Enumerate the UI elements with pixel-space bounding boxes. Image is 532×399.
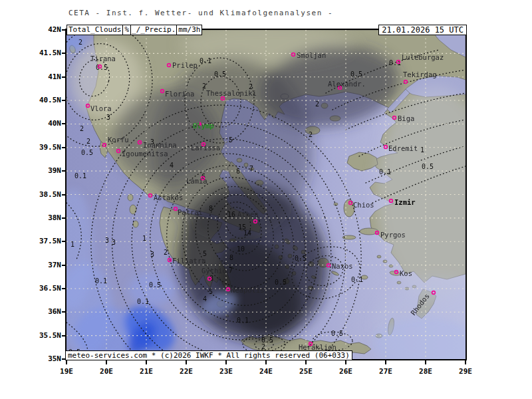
contour-value-label: 2 [309, 131, 313, 138]
lat-tick-mark [62, 123, 66, 124]
contour-value-label: 2 [80, 125, 84, 132]
city-label: Alexandr. [328, 80, 366, 88]
contour-value-label: 8 [209, 205, 213, 212]
lat-tick-mark [62, 76, 66, 78]
city-label: Lamia [186, 177, 207, 185]
contour-value-label: 2 [164, 249, 168, 256]
contour-value-label: 5 [209, 288, 213, 295]
contour-value-label: 0.5 [350, 70, 362, 78]
lon-tick-mark [465, 360, 466, 364]
lon-tick-label: 28E [414, 367, 438, 376]
contour-value-label: 3 [112, 239, 116, 246]
lon-tick-label: 19E [55, 367, 78, 376]
lon-tick-label: 25E [294, 367, 318, 376]
lat-tick-mark [62, 194, 66, 196]
lat-tick-label: 40N [24, 119, 61, 128]
lat-tick-label: 41N [24, 72, 61, 81]
city-label: Thessaloniki [206, 89, 257, 97]
datetime-box: 21.01.2026 15 UTC [378, 25, 467, 35]
weather-map-canvas: 20.53220.50.10.10.52220.50.110.50.134566… [66, 30, 466, 359]
city-label: Izmir [394, 198, 416, 206]
lon-tick-mark [345, 360, 346, 364]
contour-value-label: 4 [203, 295, 207, 303]
lat-tick-label: 39.5N [24, 143, 61, 152]
lat-tick-label: 36.5N [24, 284, 61, 293]
contour-value-label: 3 [150, 251, 154, 258]
city-label: Astakos [154, 194, 183, 201]
contour-value-label: 14 [243, 229, 251, 237]
contour-value-label: 4 [170, 162, 174, 169]
city-label: Prilep [172, 61, 198, 69]
city-label: Smoljan [297, 51, 326, 59]
lat-tick-mark [62, 311, 66, 313]
contour-value-label: 1 [70, 241, 74, 248]
contour-value-label: 1 [142, 235, 146, 242]
contour-value-label: 8 [229, 254, 233, 261]
city-label: Igoumenitsa [122, 150, 168, 158]
contour-value-label: 2 [315, 100, 319, 108]
lat-tick-mark [62, 147, 66, 148]
lat-tick-label: 37N [24, 261, 61, 269]
lat-tick-label: 37.5N [24, 237, 61, 245]
lat-tick-label: 41.5N [24, 49, 61, 57]
lon-tick-label: 29E [454, 367, 477, 376]
lat-tick-mark [62, 335, 66, 336]
lat-tick-mark [62, 217, 66, 219]
city-label: Chios [353, 201, 374, 209]
contour-value-label: 0.5 [149, 281, 161, 289]
contour-value-label: 2 [261, 343, 265, 350]
lon-tick-mark [186, 360, 187, 364]
credit-box: meteo-services.com * (c)2026 IWKF * All … [65, 350, 352, 360]
lat-tick-label: 39N [24, 166, 61, 175]
contour-value-label: 0.1 [200, 57, 211, 65]
lon-tick-label: 20E [94, 367, 118, 376]
lon-tick-mark [305, 360, 307, 364]
contour-value-label: 0.5 [422, 163, 434, 170]
contour-value-label: 0.5 [214, 70, 226, 78]
contour-value-label: 3 [105, 237, 109, 244]
lon-tick-mark [265, 360, 267, 364]
lat-tick-mark [62, 265, 66, 266]
lon-tick-mark [66, 360, 67, 364]
lon-tick-mark [225, 360, 227, 364]
contour-value-label: 0.1 [74, 172, 86, 180]
contour-value-label: 0.1 [237, 317, 249, 324]
lon-tick-mark [146, 360, 147, 364]
contour-value-label: 0.1 [95, 277, 107, 285]
variable-label-box: Total_Clouds%_/_Precip.mm/3h [66, 25, 201, 35]
city-label: Patrai [178, 208, 203, 216]
lon-tick-label: 21E [134, 367, 158, 376]
lat-tick-mark [62, 288, 66, 289]
contour-value-label: 7 [249, 165, 253, 172]
city-label: Vlora [90, 104, 112, 112]
lon-tick-label: 23E [214, 367, 238, 376]
lat-tick-label: 35N [24, 354, 61, 363]
contour-value-label: 1 [420, 146, 424, 154]
contour-value-label: 0.5 [275, 279, 287, 286]
lat-tick-label: 35.5N [24, 331, 61, 340]
institute-title: CETA - Inst. f. Wetter- und Klimafolgena… [68, 9, 333, 17]
city-label: Kos [400, 269, 412, 277]
city-label: Pyrgos [380, 231, 406, 239]
city-label: Ioannina [143, 141, 177, 149]
city-label: Tirana [90, 55, 116, 63]
contour-value-label: 16 [227, 211, 235, 218]
city-label: Gythion [201, 267, 231, 275]
weather-map-page: { "header": { "institute_line": "CETA - … [0, 0, 532, 399]
lon-tick-mark [425, 360, 426, 364]
contour-value-label: 0.5 [81, 149, 93, 156]
contour-value-label: 10 [237, 245, 245, 253]
variable-middle-label: _/_Precip. [130, 25, 177, 35]
city-label: Olymp [193, 122, 214, 130]
contour-value-label: 6 [236, 168, 240, 175]
city-label: Luleburgaz [402, 53, 444, 61]
lat-tick-mark [62, 53, 66, 54]
lon-tick-label: 24E [254, 367, 278, 376]
lat-tick-mark [62, 100, 66, 101]
contour-value-label: 5 [229, 136, 233, 144]
city-label: Florina [165, 90, 194, 98]
city-label: Biga [398, 114, 414, 122]
lat-tick-mark [62, 170, 66, 172]
contour-value-label: 0.5 [96, 64, 108, 71]
city-label: Tekirdag [403, 70, 437, 78]
